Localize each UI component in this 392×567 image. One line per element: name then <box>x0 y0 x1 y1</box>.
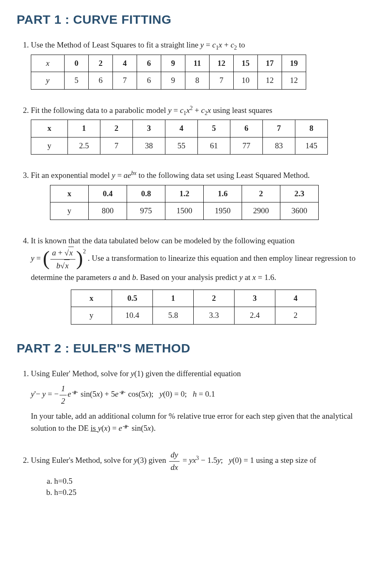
table-row: x 1 2 3 4 5 6 7 8 <box>31 120 328 137</box>
part1-q2: Fit the following data to a parabolic mo… <box>31 105 375 155</box>
part2-q2: Using Euler's Method, solve for y(3) giv… <box>31 449 375 498</box>
q4-table: x 0.5 1 2 3 4 y 10.4 5.8 3.3 2.4 2 <box>71 290 316 325</box>
row-label-x: x <box>31 120 68 137</box>
p2q2-opt-b: h=0.25 <box>54 487 375 498</box>
table-row: y 5 6 7 6 9 8 7 10 12 12 <box>31 72 306 90</box>
q2-equation: y = c1x2 + c2x <box>168 106 211 115</box>
p2q2-line-b: given <box>147 456 168 465</box>
part1-title: PART 1 : CURVE FITTING <box>17 12 375 27</box>
q4-text-a: It is known that the data tabulated belo… <box>31 236 295 245</box>
part2-q1: Using Euler' Method, solve for y(1) give… <box>31 368 375 435</box>
q4-text-e: at <box>243 273 252 282</box>
table-row: y 10.4 5.8 3.3 2.4 2 <box>71 307 316 325</box>
q1-equation: y = c1x + c2 <box>200 40 237 49</box>
q2-text-b: using least squares <box>211 106 272 115</box>
part1-questions: Use the Method of Least Squares to fit a… <box>17 39 375 325</box>
p2q1-target: y(1) <box>131 369 144 378</box>
part1-q1: Use the Method of Least Squares to fit a… <box>31 39 375 90</box>
q3-table: x 0.4 0.8 1.2 1.6 2 2.3 y 800 975 1500 1… <box>50 185 319 220</box>
q1-text-b: to <box>237 40 245 49</box>
row-label-y: y <box>71 307 112 325</box>
part1-q4: It is known that the data tabulated belo… <box>31 235 375 325</box>
p2q2-line-a: Using Euler's Method, solve for <box>31 456 134 465</box>
table-row: x 0.4 0.8 1.2 1.6 2 2.3 <box>50 185 319 202</box>
row-label-x: x <box>50 185 89 202</box>
q4-equation: y = ( a + x bx )2 <box>31 254 88 262</box>
p2q1-line1-a: Using Euler' Method, solve for <box>31 369 131 378</box>
row-label-y: y <box>31 72 65 90</box>
q2-text-a: Fit the following data to a parabolic mo… <box>31 106 168 115</box>
p2q2-options: h=0.5 h=0.25 <box>31 476 375 498</box>
p2q1-line2-a: In your table, add an additional column … <box>31 412 353 432</box>
p2q1-is: is <box>91 424 98 432</box>
part1-q3: Fit an exponential model y = aebx to the… <box>31 170 375 220</box>
q4-text-f: = 1.6. <box>256 273 276 282</box>
row-label-x: x <box>31 55 65 72</box>
q3-text-b: to the following data set using Least Sq… <box>137 171 310 180</box>
q4-text-d: . Based on your analysis predict <box>136 273 239 282</box>
table-row: x 0.5 1 2 3 4 <box>71 290 316 307</box>
q4-text-c: and <box>117 273 132 282</box>
q3-equation: y = aebx <box>112 171 137 180</box>
p2q1-analytic: y(x) = ex2 sin(5x) <box>98 424 154 432</box>
q4-var-y: y <box>239 273 242 282</box>
q2-table: x 1 2 3 4 5 6 7 8 y 2.5 7 38 55 61 77 83… <box>31 120 328 155</box>
row-label-y: y <box>31 137 68 155</box>
table-row: y 2.5 7 38 55 61 77 83 145 <box>31 137 328 155</box>
table-row: y 800 975 1500 1950 2900 3600 <box>50 202 319 220</box>
q1-table: x 0 2 4 6 9 11 12 15 17 19 y 5 6 7 6 9 8… <box>31 55 306 90</box>
q4-param-b: b <box>132 273 136 282</box>
q4-param-a: a <box>113 273 117 282</box>
p2q1-period: . <box>154 424 156 432</box>
row-label-x: x <box>71 290 112 307</box>
p2q2-opt-a: h=0.5 <box>54 476 375 487</box>
q1-text-a: Use the Method of Least Squares to fit a… <box>31 40 200 49</box>
part2-questions: Using Euler' Method, solve for y(1) give… <box>17 368 375 498</box>
p2q2-line-c: using a step size of <box>256 456 316 465</box>
part2-title: PART 2 : EULER"S METHOD <box>17 341 375 355</box>
p2q1-ode: y'− y = −12ex2 sin(5x) + 5ex2 cos(5x); y… <box>31 383 215 407</box>
p2q2-ode: dydx = yx3 − 1.5y; y(0) = 1 <box>168 456 256 465</box>
table-row: x 0 2 4 6 9 11 12 15 17 19 <box>31 55 306 72</box>
p2q2-target: y(3) <box>134 456 147 465</box>
q3-text-a: Fit an exponential model <box>31 171 112 180</box>
p2q1-line1-b: given the differential equation <box>143 369 241 378</box>
row-label-y: y <box>50 202 89 220</box>
